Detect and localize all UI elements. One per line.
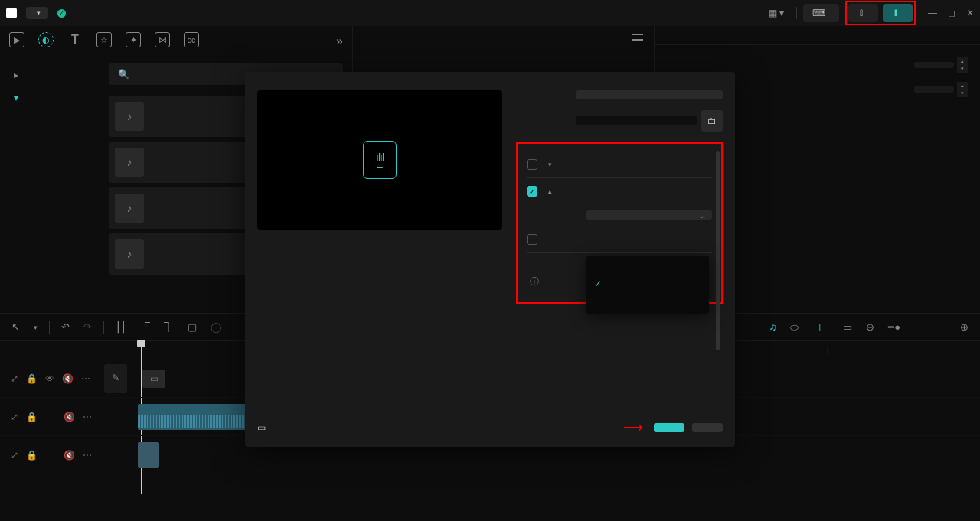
info-icon[interactable]: ⓘ bbox=[530, 275, 539, 288]
fadein-value[interactable] bbox=[914, 62, 954, 68]
share-button[interactable]: ⇧ bbox=[848, 4, 878, 22]
tab-text[interactable]: T bbox=[67, 32, 83, 50]
dropdown-option-wav[interactable] bbox=[586, 272, 709, 285]
sidebar-soundfx[interactable]: ▾ bbox=[0, 86, 100, 109]
minimize-icon[interactable]: — bbox=[928, 8, 937, 18]
redo-icon[interactable]: ↷ bbox=[81, 319, 94, 335]
exportto-input[interactable] bbox=[576, 116, 697, 125]
wav-file-icon: ılıl bbox=[363, 141, 397, 179]
close-icon[interactable]: ✕ bbox=[966, 8, 974, 18]
more-icon[interactable]: ⋯ bbox=[83, 450, 92, 461]
music-note-icon: ♪ bbox=[115, 102, 144, 131]
trim-left-icon[interactable]: ⎾ bbox=[138, 319, 152, 335]
chevron-up-icon[interactable]: ▴ bbox=[548, 187, 552, 195]
share-export-highlight: ⇧ ⬆ bbox=[845, 1, 916, 25]
export-preview: ılıl bbox=[257, 90, 502, 230]
zoom-icon[interactable]: ⤢ bbox=[11, 412, 18, 422]
tab-effects[interactable]: ✦ bbox=[126, 32, 141, 50]
music-note-icon: ♪ bbox=[115, 239, 144, 269]
maximize-icon[interactable]: ◻ bbox=[948, 8, 956, 18]
sidebar-item-mood[interactable] bbox=[0, 142, 100, 152]
mute-icon[interactable]: 🔇 bbox=[64, 412, 75, 422]
eye-icon[interactable]: 👁 bbox=[45, 373, 54, 384]
name-input[interactable] bbox=[576, 90, 723, 99]
mute-icon[interactable]: 🔇 bbox=[62, 373, 74, 384]
tab-captions[interactable]: cc bbox=[184, 32, 199, 50]
menu-button[interactable]: ▾ bbox=[26, 7, 48, 19]
sidebar-item-halloween[interactable] bbox=[0, 152, 100, 163]
chevron-down-icon[interactable]: ▾ bbox=[548, 161, 552, 168]
pointer-tool[interactable]: ↖ bbox=[9, 319, 22, 335]
scrollbar[interactable] bbox=[716, 151, 720, 350]
app-logo bbox=[6, 8, 20, 18]
video-checkbox[interactable] bbox=[527, 159, 537, 170]
audio-clip-small[interactable] bbox=[138, 442, 159, 468]
tab-stickers[interactable]: ☆ bbox=[96, 32, 112, 50]
mixer-icon[interactable]: ♫ bbox=[766, 319, 779, 335]
sidebar-item-trending[interactable] bbox=[0, 109, 100, 120]
fadeout-value[interactable] bbox=[914, 86, 954, 93]
title-bar: ▾ ✓ ▦ ▾ ⌨ ⇧ ⬆ — ◻ ✕ bbox=[0, 0, 980, 26]
snap-icon[interactable]: ⊣⊢ bbox=[810, 319, 831, 335]
cancel-button[interactable] bbox=[692, 423, 723, 432]
trim-right-icon[interactable]: ⏋ bbox=[162, 319, 176, 335]
lock-icon[interactable]: 🔒 bbox=[26, 412, 38, 422]
stepper[interactable]: ▴▾ bbox=[957, 57, 968, 73]
undo-icon[interactable]: ↶ bbox=[59, 319, 72, 335]
dropdown-option-mp3[interactable] bbox=[586, 260, 709, 272]
player-menu-icon[interactable] bbox=[632, 34, 643, 41]
duration-info: ▭ bbox=[257, 422, 270, 433]
zoom-icon[interactable]: ⤢ bbox=[11, 450, 18, 461]
more-icon[interactable]: ⋯ bbox=[81, 373, 90, 384]
record-icon[interactable]: ◯ bbox=[208, 319, 224, 335]
export-dialog: ılıl 🗀 ▾ bbox=[245, 72, 735, 447]
folder-icon[interactable]: 🗀 bbox=[701, 110, 723, 132]
tab-transitions[interactable]: ⋈ bbox=[155, 32, 170, 50]
split-icon[interactable]: ⎮⎮ bbox=[113, 319, 129, 335]
preview-icon[interactable]: ▭ bbox=[841, 319, 854, 335]
shortcuts-button[interactable]: ⌨ bbox=[803, 4, 839, 22]
export-options-highlight: ▾ ✓ ▴ bbox=[516, 142, 723, 304]
format-select[interactable] bbox=[586, 210, 712, 220]
tab-audio[interactable]: ◐ bbox=[38, 32, 54, 50]
tool-dropdown[interactable]: ▾ bbox=[31, 321, 40, 334]
export-button-top[interactable]: ⬆ bbox=[883, 4, 913, 22]
video-clip[interactable]: ▭ bbox=[142, 370, 165, 388]
audio-sidebar: ▸ ▾ bbox=[0, 57, 100, 313]
tab-import[interactable]: ▶ bbox=[9, 32, 24, 50]
zoom-out-icon[interactable]: ⊖ bbox=[864, 319, 877, 335]
more-icon[interactable]: ⋯ bbox=[83, 412, 92, 422]
gif-checkbox[interactable] bbox=[527, 234, 537, 245]
check-icon: ✓ bbox=[57, 9, 66, 18]
sidebar-music[interactable]: ▸ bbox=[0, 63, 100, 86]
zoom-in-icon[interactable]: ⊕ bbox=[958, 319, 971, 335]
layout-icon[interactable]: ▦ ▾ bbox=[763, 5, 790, 21]
link-icon[interactable]: ⬭ bbox=[788, 319, 801, 336]
dropdown-option-aac[interactable] bbox=[586, 285, 709, 297]
music-note-icon: ♪ bbox=[115, 194, 144, 223]
sidebar-item-fight[interactable] bbox=[0, 163, 100, 174]
arrow-indicator: ⟶ bbox=[623, 419, 643, 436]
autosaved-label: ✓ bbox=[57, 9, 70, 18]
cover-button[interactable] bbox=[104, 364, 127, 393]
more-tabs-icon[interactable]: » bbox=[336, 34, 343, 48]
sidebar-item-magic[interactable] bbox=[0, 174, 100, 184]
mute-icon[interactable]: 🔇 bbox=[64, 450, 75, 461]
zoom-icon[interactable]: ⤢ bbox=[11, 373, 18, 384]
delete-icon[interactable]: ▢ bbox=[185, 319, 199, 335]
music-note-icon: ♪ bbox=[115, 148, 144, 177]
sidebar-item-transitions[interactable] bbox=[0, 131, 100, 142]
dropdown-option-flac[interactable] bbox=[586, 297, 709, 309]
export-confirm-button[interactable] bbox=[654, 423, 684, 432]
sidebar-item-blackfriday[interactable] bbox=[0, 120, 100, 131]
zoom-slider[interactable]: ━● bbox=[886, 319, 903, 335]
dialog-title bbox=[245, 72, 735, 90]
lock-icon[interactable]: 🔒 bbox=[26, 450, 38, 461]
audio-checkbox[interactable]: ✓ bbox=[527, 186, 537, 197]
format-dropdown bbox=[586, 256, 709, 314]
stepper[interactable]: ▴▾ bbox=[957, 82, 968, 97]
lock-icon[interactable]: 🔒 bbox=[26, 373, 38, 384]
